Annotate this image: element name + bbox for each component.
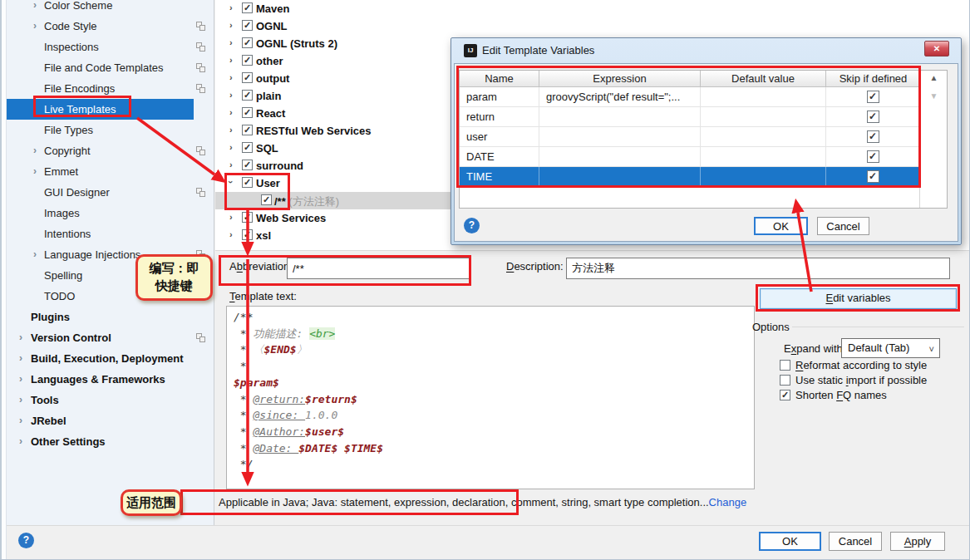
sidebar-item-label: Spelling [44,269,82,282]
template-segment: * [234,343,253,356]
apply-button[interactable]: Apply [890,532,945,551]
chevron-right-icon: › [33,20,37,32]
sidebar-item-jrebel[interactable]: ›JRebel [0,410,214,431]
template-segment: @Author: [253,425,305,438]
tree-group-ognl[interactable]: ›✓OGNL [215,17,970,35]
change-link[interactable]: Change [709,496,747,508]
template-segment: $return$ [305,393,357,405]
sidebar-item-version-control[interactable]: ›Version Control [0,327,214,348]
sidebar-item-plugins[interactable]: Plugins [0,307,214,327]
checkbox-icon[interactable]: ✓ [242,20,253,31]
column-header-skip-if-defined[interactable]: Skip if defined [826,71,920,86]
sidebar-item-emmet[interactable]: ›Emmet [0,161,214,182]
sidebar-item-inspections[interactable]: Inspections [0,37,214,57]
sidebar-item-images[interactable]: Images [0,203,214,224]
checkbox-icon[interactable]: ✓ [242,212,253,223]
sidebar-item-code-style[interactable]: ›Code Style [0,16,214,37]
dialog-cancel-button[interactable]: Cancel [817,217,869,235]
close-icon[interactable]: ✕ [924,41,949,56]
checkbox-icon[interactable]: ✓ [261,194,272,205]
scroll-down-icon[interactable]: ▼ [920,91,948,101]
variables-table-body: paramgroovyScript("def result=";...✓retu… [460,87,947,187]
cell-expression [539,127,701,146]
sidebar-item-file-and-code-templates[interactable]: File and Code Templates [0,57,214,78]
column-header-expression[interactable]: Expression [539,71,701,86]
sidebar-item-other-settings[interactable]: ›Other Settings [0,431,214,452]
sidebar-item-file-encodings[interactable]: File Encodings [0,78,214,99]
checkbox-icon[interactable]: ✓ [242,142,253,153]
checkbox-icon[interactable]: ✓ [242,177,253,188]
checkbox-icon[interactable] [780,375,790,386]
column-header-name[interactable]: Name [460,71,539,86]
tree-item-label: OGNL [256,20,288,32]
description-input[interactable] [566,258,950,279]
sidebar-item-build-execution-deployment[interactable]: ›Build, Execution, Deployment [0,348,214,369]
cell-default-value [701,107,826,126]
sidebar-item-label: Copyright [44,145,91,157]
checkbox-icon[interactable]: ✓ [867,130,879,143]
template-line: * @Date: $DATE$ $TIME$ [234,440,754,457]
variable-row-param[interactable]: paramgroovyScript("def result=";...✓ [460,87,947,107]
expand-with-select[interactable]: Default (Tab) ˅ [841,338,940,358]
sidebar-item-intentions[interactable]: Intentions [0,224,214,244]
option-reformat-according-to-style[interactable]: Reformat according to style [780,358,970,373]
checkbox-icon[interactable]: ✓ [242,229,253,240]
checkbox-icon[interactable]: ✓ [867,111,879,123]
chevron-right-icon: › [33,165,37,177]
checkbox-icon[interactable]: ✓ [242,90,253,101]
variable-row-return[interactable]: return✓ [460,107,947,127]
cell-default-value [701,167,826,186]
variables-table-header: Name Expression Default value Skip if de… [460,71,947,87]
sidebar-item-label: Emmet [44,165,78,178]
checkbox-icon[interactable]: ✓ [242,125,253,135]
sidebar-item-live-templates[interactable]: Live Templates [0,99,214,120]
template-line: * [234,358,754,375]
dialog-ok-button[interactable]: OK [754,217,808,235]
variable-row-time[interactable]: TIME✓ [460,167,947,187]
template-segment: 1.0.0 [305,409,337,421]
chevron-down-icon: ˅ [929,340,934,358]
option-shorten-fq-names[interactable]: ✓Shorten FQ names [780,388,970,403]
tree-item-label: other [256,55,283,67]
checkbox-icon[interactable]: ✓ [867,150,879,163]
checkbox-icon[interactable]: ✓ [242,72,253,83]
variable-row-user[interactable]: user✓ [460,127,947,147]
template-segment: 功能描述: [253,327,309,340]
chevron-right-icon: › [19,415,22,426]
checkbox-icon[interactable]: ✓ [242,2,253,13]
template-segment: 〉 [297,343,308,356]
edit-variables-button[interactable]: Edit variables [760,288,957,309]
sidebar-item-tools[interactable]: ›Tools [0,390,214,410]
tree-group-maven[interactable]: ›✓Maven [215,0,970,17]
sidebar-item-languages-frameworks[interactable]: ›Languages & Frameworks [0,369,214,390]
abbreviation-input[interactable] [287,258,470,279]
ok-button[interactable]: OK [759,532,821,551]
chevron-right-icon: › [33,248,37,260]
checkbox-icon[interactable]: ✓ [867,170,879,183]
checkbox-icon[interactable]: ✓ [780,390,790,400]
template-segment: $param$ [234,376,279,389]
column-header-default-value[interactable]: Default value [701,71,826,86]
help-button[interactable]: ? [18,533,34,548]
checkbox-icon[interactable]: ✓ [867,91,879,103]
checkbox-icon[interactable]: ✓ [242,107,253,118]
expand-with-value: Default (Tab) [848,341,909,354]
variable-row-date[interactable]: DATE✓ [460,147,947,167]
chevron-right-icon: › [19,435,22,447]
template-editor[interactable]: /** * 功能描述: <br> * 〈$END$〉 *$param$ * @r… [226,306,755,489]
tree-item-abbreviation[interactable]: ✓/** (方法注释) [215,192,451,209]
sidebar-item-file-types[interactable]: File Types [0,120,214,140]
scroll-up-icon[interactable]: ▲ [920,73,948,82]
checkbox-icon[interactable]: ✓ [242,37,253,48]
checkbox-icon[interactable]: ✓ [242,160,253,170]
checkbox-icon[interactable]: ✓ [242,55,253,66]
sidebar-item-color-scheme[interactable]: ›Color Scheme [0,0,214,16]
option-use-static-import-if-possible[interactable]: Use static import if possible [780,373,970,388]
checkbox-icon[interactable] [780,360,790,371]
cancel-button[interactable]: Cancel [829,532,882,551]
table-scrollbar[interactable]: ▲ ▼ [919,71,947,208]
sidebar-item-copyright[interactable]: ›Copyright [0,140,214,161]
sidebar-item-gui-designer[interactable]: GUI Designer [0,182,214,203]
cell-expression: groovyScript("def result=";... [539,87,701,106]
dialog-help-button[interactable]: ? [464,218,480,233]
